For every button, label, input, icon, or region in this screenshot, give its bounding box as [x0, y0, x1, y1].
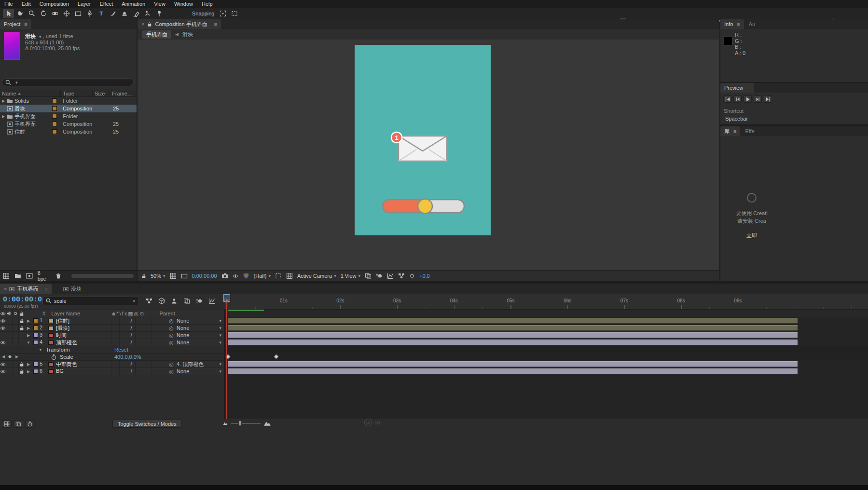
layer-switches[interactable]: /: [111, 361, 167, 368]
snapping-label[interactable]: Snapping: [192, 11, 215, 16]
audio-toggle[interactable]: [6, 332, 13, 339]
shape-tool[interactable]: [72, 9, 83, 18]
layer-duration-bar[interactable]: [228, 332, 798, 338]
slider-graphic[interactable]: [383, 199, 464, 214]
layer-expand-arrow[interactable]: ▶: [27, 333, 30, 338]
menu-animation[interactable]: Animation: [117, 0, 150, 8]
video-toggle[interactable]: [0, 368, 6, 375]
column-size[interactable]: Size: [93, 90, 110, 96]
chevron-down-icon[interactable]: ▾: [39, 34, 41, 39]
composition-canvas[interactable]: 1: [355, 45, 491, 235]
layer-name[interactable]: 顶部橙色: [56, 339, 111, 346]
zoom-out-mountain-icon[interactable]: [223, 421, 228, 425]
menu-effect[interactable]: Effect: [95, 0, 117, 8]
audio-toggle[interactable]: [6, 325, 13, 331]
menu-file[interactable]: File: [0, 0, 17, 8]
puppet-pin-tool[interactable]: [153, 9, 165, 18]
timeline-tab-inactive[interactable]: 滑块: [59, 284, 85, 294]
timeline-zoom-thumb[interactable]: [238, 421, 242, 426]
project-row-shouji-comp[interactable]: 手机界面 Composition 25: [0, 120, 137, 128]
property-expand-arrow[interactable]: ▼: [39, 348, 42, 352]
video-toggle[interactable]: [0, 361, 6, 368]
snap-option-1[interactable]: [218, 9, 229, 18]
layer-row-2[interactable]: ▶ 2 [滑块] / ◎ None▾: [0, 325, 868, 332]
layer-duration-bar[interactable]: [228, 361, 798, 367]
hand-tool[interactable]: [14, 9, 26, 18]
hide-shy-layers-button[interactable]: [171, 298, 178, 304]
layer-row-5[interactable]: ▶ 5 中部黄色 / ◎ 4. 顶部橙色▾: [0, 361, 868, 368]
transform-label[interactable]: Transform: [46, 347, 70, 353]
rotation-tool[interactable]: [38, 9, 49, 18]
snapshot-icon[interactable]: [221, 272, 228, 279]
label-color-chip[interactable]: [52, 106, 57, 111]
menu-layer[interactable]: Layer: [73, 0, 96, 8]
lock-toggle[interactable]: [19, 317, 25, 324]
pixel-aspect-icon[interactable]: [365, 272, 372, 279]
layer-track[interactable]: [224, 339, 868, 346]
audio-toggle[interactable]: [6, 317, 13, 324]
audio-toggle[interactable]: [6, 339, 13, 346]
solo-toggle[interactable]: [13, 339, 19, 346]
composition-panel-tab[interactable]: × Composition 手机界面 ≡: [138, 19, 221, 29]
label-color-chip[interactable]: [33, 369, 38, 374]
audio-tab[interactable]: Au: [744, 19, 760, 29]
exposure-value[interactable]: +0.0: [419, 273, 430, 279]
layer-name-column-label[interactable]: Layer Name: [51, 311, 80, 316]
label-color-chip[interactable]: [33, 318, 38, 323]
twirl-icon[interactable]: ▶: [2, 99, 5, 103]
viewer-tab-active[interactable]: 手机界面: [142, 30, 171, 39]
grid-guides-icon[interactable]: [170, 272, 177, 279]
time-ruler[interactable]: 0s 01s 02s 03s 04s 05s 06s 07s 08s 09s: [224, 294, 868, 310]
layer-expand-arrow[interactable]: ▶: [27, 326, 30, 330]
libraries-tab[interactable]: 库 ≡: [720, 126, 740, 136]
menu-composition[interactable]: Composition: [35, 0, 73, 8]
layer-expand-arrow[interactable]: ▼: [27, 340, 30, 345]
effects-presets-tab[interactable]: Effe: [740, 126, 759, 136]
info-tab[interactable]: Info ≡: [720, 19, 744, 29]
horizontal-scrollbar[interactable]: [71, 274, 134, 278]
lock-toggle[interactable]: [19, 325, 25, 331]
layer-duration-bar[interactable]: [228, 340, 798, 345]
panel-menu-icon[interactable]: ≡: [733, 128, 736, 134]
show-channel-icon[interactable]: [243, 272, 249, 279]
layer-switches[interactable]: /: [111, 325, 167, 331]
project-bit-depth[interactable]: 8 bpc: [38, 270, 51, 282]
layer-name[interactable]: 中部黄色: [56, 361, 111, 368]
resolution-dropdown[interactable]: (Half)▾: [254, 273, 271, 279]
layer-name[interactable]: [滑块]: [56, 325, 111, 331]
video-toggle[interactable]: [0, 325, 6, 331]
menu-edit[interactable]: Edit: [17, 0, 35, 8]
close-icon[interactable]: ×: [4, 286, 7, 292]
camera-view-dropdown[interactable]: Active Camera▾: [297, 273, 336, 279]
mask-visibility-icon[interactable]: [181, 272, 188, 279]
video-toggle[interactable]: [0, 317, 6, 324]
camera-tool[interactable]: [49, 9, 60, 18]
zoom-tool[interactable]: [26, 9, 37, 18]
transparency-grid-icon[interactable]: [286, 272, 293, 279]
menu-view[interactable]: View: [150, 0, 170, 8]
twirl-icon[interactable]: ▶: [2, 114, 5, 119]
flowchart-button-icon[interactable]: [398, 272, 405, 279]
interpret-footage-icon[interactable]: [3, 272, 10, 279]
layer-track[interactable]: [224, 332, 868, 339]
layer-track[interactable]: [224, 361, 868, 368]
layer-expand-arrow[interactable]: ▶: [27, 369, 30, 374]
expand-transfer-controls-button[interactable]: [14, 420, 23, 428]
delete-icon[interactable]: [55, 272, 62, 279]
show-snapshot-icon[interactable]: [233, 274, 238, 278]
solo-toggle[interactable]: [13, 325, 19, 331]
layer-track[interactable]: [224, 368, 868, 375]
lock-toggle[interactable]: [19, 361, 25, 368]
project-row-xinfeng[interactable]: 信封 Composition 25: [0, 128, 137, 136]
scale-keyframe-track[interactable]: [224, 354, 868, 360]
number-column-label[interactable]: #: [42, 311, 45, 316]
pick-whip-icon[interactable]: ◎: [167, 325, 176, 331]
timeline-tab-active[interactable]: × 手机界面 ≡: [0, 284, 52, 294]
next-keyframe-icon[interactable]: ▶: [15, 354, 18, 359]
layer-switches[interactable]: /: [111, 339, 167, 346]
work-area-strip[interactable]: [224, 310, 868, 317]
parent-dropdown[interactable]: None▾: [176, 325, 224, 331]
timeline-button-icon[interactable]: [387, 272, 394, 279]
expand-inout-button[interactable]: [25, 420, 35, 428]
panel-menu-icon[interactable]: ≡: [214, 21, 217, 27]
